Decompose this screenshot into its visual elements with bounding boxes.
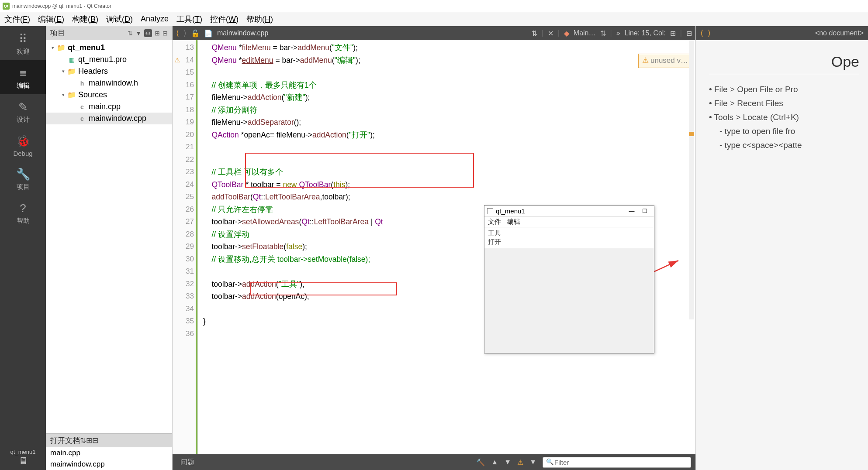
close-pane-icon[interactable]: ⊟ bbox=[92, 436, 98, 445]
close-editor-icon[interactable]: ✕ bbox=[548, 29, 553, 38]
app-icon bbox=[487, 208, 493, 214]
build-icon[interactable]: 🔨 bbox=[476, 458, 485, 467]
close-pane-icon[interactable]: ⊟ bbox=[163, 30, 168, 37]
menu-item[interactable]: 构建(B) bbox=[72, 14, 98, 24]
window-title: mainwindow.cpp @ qt_menu1 - Qt Creator bbox=[12, 3, 111, 9]
main-menubar[interactable]: 文件(F)编辑(E)构建(B)调试(D)Analyze工具(T)控件(W)帮助(… bbox=[0, 12, 868, 26]
nav-back-icon[interactable]: ⟨ bbox=[700, 28, 703, 38]
help-text: type to open file fro bbox=[709, 127, 859, 136]
target-label[interactable]: Main… bbox=[574, 29, 596, 37]
menu-item[interactable]: 控件(W) bbox=[210, 14, 239, 24]
mode-欢迎[interactable]: ⠿欢迎 bbox=[0, 26, 46, 60]
tree-item[interactable]: ▾Sources bbox=[46, 89, 172, 101]
popup-menubar[interactable]: 文件编辑 bbox=[484, 217, 654, 227]
tree-item[interactable]: ▾Headers bbox=[46, 65, 172, 77]
open-doc-item[interactable]: main.cpp bbox=[46, 447, 172, 459]
tree-item[interactable]: qt_menu1.pro bbox=[46, 54, 172, 65]
mode-编辑[interactable]: ≡编辑 bbox=[0, 60, 46, 94]
help-toolbar: ⟨ ⟩ <no document> bbox=[696, 26, 868, 40]
mode-sidebar: ⠿欢迎≡编辑✎设计🐞Debug🔧项目?帮助qt_menu1🖥 bbox=[0, 26, 46, 470]
nav-fwd-icon[interactable]: ⟩ bbox=[708, 28, 711, 38]
cursor-position[interactable]: Line: 15, Col: bbox=[625, 29, 666, 37]
scrollbar-minimap[interactable] bbox=[689, 40, 694, 319]
issues-tab[interactable]: 问题 bbox=[177, 456, 198, 469]
tree-item[interactable]: mainwindow.h bbox=[46, 77, 172, 89]
filter-icon[interactable]: ▼ bbox=[529, 458, 536, 466]
menu-item[interactable]: 帮助(H) bbox=[246, 14, 273, 24]
updown-icon[interactable]: ⇅ bbox=[80, 436, 86, 445]
split-icon[interactable]: ⊞ bbox=[155, 30, 160, 37]
popup-tool-item[interactable]: 工具 bbox=[488, 229, 650, 238]
project-pane: 项目 ⇅ ▼ ⇔ ⊞ ⊟ ▾qt_menu1qt_menu1.pro▾Heade… bbox=[46, 26, 173, 470]
open-docs-list[interactable]: main.cppmainwindow.cpp bbox=[46, 447, 172, 470]
split-icon[interactable]: ⊞ bbox=[86, 436, 92, 445]
menu-item[interactable]: 文件(F) bbox=[4, 14, 30, 24]
popup-menu-item[interactable]: 文件 bbox=[488, 218, 501, 226]
popup-title: qt_menu1 bbox=[496, 207, 525, 215]
goto-icon[interactable]: » bbox=[616, 29, 620, 37]
menu-item[interactable]: 编辑(E) bbox=[38, 14, 64, 24]
tree-item[interactable]: mainwindow.cpp bbox=[46, 113, 172, 124]
open-docs-title: 打开文档 bbox=[50, 436, 80, 446]
line-gutter: 1314151617181920212223242526272829303132… bbox=[173, 40, 198, 454]
qt-creator-icon: Qt bbox=[3, 3, 10, 10]
project-pane-title: 项目 bbox=[50, 28, 65, 38]
tree-item[interactable]: ▾qt_menu1 bbox=[46, 42, 172, 54]
filter-icon[interactable]: ▼ bbox=[135, 30, 142, 37]
open-doc-item[interactable]: mainwindow.cpp bbox=[46, 459, 172, 470]
no-document-label: <no document> bbox=[815, 29, 864, 37]
run-target[interactable]: qt_menu1🖥 bbox=[0, 445, 46, 470]
warn-filter-icon[interactable]: ⚠ bbox=[517, 458, 523, 467]
help-pane: ⟨ ⟩ <no document> Ope File > Open File o… bbox=[695, 26, 868, 470]
lock-icon[interactable]: 🔓 bbox=[191, 29, 200, 38]
mode-帮助[interactable]: ?帮助 bbox=[0, 196, 46, 230]
popup-tool-item[interactable]: 打开 bbox=[488, 238, 650, 247]
help-link[interactable]: File > Recent Files bbox=[709, 99, 859, 108]
menu-item[interactable]: 工具(T) bbox=[176, 14, 202, 24]
prev-icon[interactable]: ▲ bbox=[491, 458, 498, 466]
project-pane-header: 项目 ⇅ ▼ ⇔ ⊞ ⊟ bbox=[46, 26, 172, 40]
filter-input[interactable] bbox=[543, 457, 691, 468]
popup-toolbar[interactable]: 工具打开 bbox=[484, 227, 654, 248]
mode-Debug[interactable]: 🐞Debug bbox=[0, 128, 46, 161]
help-body: Ope File > Open File or ProFile > Recent… bbox=[696, 40, 868, 470]
menu-item[interactable]: Analyze bbox=[141, 14, 169, 24]
file-icon: 📄 bbox=[204, 29, 213, 38]
open-docs-header: 打开文档 ⇅ ⊞ ⊟ bbox=[46, 433, 172, 447]
updown-icon[interactable]: ⇅ bbox=[532, 29, 537, 38]
link-icon[interactable]: ⇔ bbox=[144, 29, 152, 37]
running-app-window[interactable]: qt_menu1 — ☐ 文件编辑 工具打开 bbox=[484, 205, 654, 353]
project-tree[interactable]: ▾qt_menu1qt_menu1.pro▾Headersmainwindow.… bbox=[46, 40, 172, 433]
tree-item[interactable]: main.cpp bbox=[46, 101, 172, 113]
editor-toolbar: ⟨ ⟩ 🔓 📄 mainwindow.cpp ⇅ | ✕ | ◆ Main… ⇅… bbox=[173, 26, 695, 40]
updown-icon[interactable]: ⇅ bbox=[600, 29, 606, 38]
close-split-icon[interactable]: ⊟ bbox=[686, 29, 692, 38]
next-icon[interactable]: ▼ bbox=[504, 458, 511, 466]
menu-item[interactable]: 调试(D) bbox=[106, 14, 133, 24]
warning-badge[interactable]: unused v… bbox=[638, 54, 692, 68]
editor-filename[interactable]: mainwindow.cpp bbox=[217, 29, 268, 37]
popup-titlebar[interactable]: qt_menu1 — ☐ bbox=[484, 206, 654, 217]
split-icon[interactable]: ⊞ bbox=[670, 29, 676, 38]
maximize-icon[interactable]: ☐ bbox=[638, 208, 651, 214]
editor-bottom-bar: 问题 🔨 ▲ ▼ ⚠ ▼ 🔍 bbox=[173, 454, 695, 470]
help-heading: Ope bbox=[709, 53, 859, 70]
help-text: type c<space><patte bbox=[709, 141, 859, 150]
target-icon: ◆ bbox=[564, 29, 569, 38]
minimize-icon[interactable]: — bbox=[625, 208, 638, 214]
mode-项目[interactable]: 🔧项目 bbox=[0, 161, 46, 196]
updown-icon[interactable]: ⇅ bbox=[128, 30, 133, 37]
popup-menu-item[interactable]: 编辑 bbox=[507, 218, 520, 226]
help-link[interactable]: File > Open File or Pro bbox=[709, 85, 859, 94]
help-link[interactable]: Tools > Locate (Ctrl+K) bbox=[709, 113, 859, 122]
mode-设计[interactable]: ✎设计 bbox=[0, 94, 46, 128]
nav-fwd-icon[interactable]: ⟩ bbox=[183, 28, 187, 38]
window-titlebar: Qt mainwindow.cpp @ qt_menu1 - Qt Creato… bbox=[0, 0, 868, 12]
nav-back-icon[interactable]: ⟨ bbox=[176, 28, 179, 38]
